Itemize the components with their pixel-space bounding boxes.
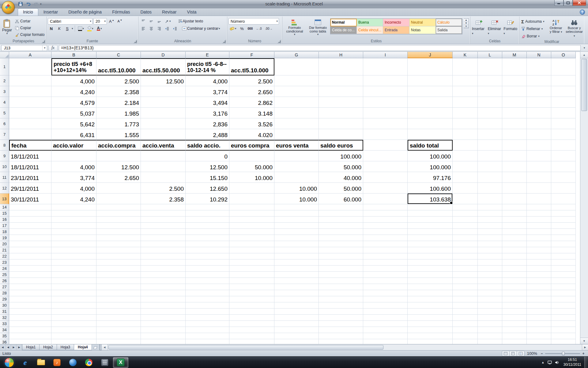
cell-B34[interactable] [51,327,96,333]
cell-C19[interactable] [96,235,141,241]
cell-F27[interactable] [229,284,274,290]
cell-E13[interactable]: 10.292 [186,194,229,204]
maximize-button[interactable] [564,0,573,6]
cell-C3[interactable]: 2.358 [96,86,141,97]
cell-J36[interactable] [408,339,453,344]
orientation-button[interactable]: ▾ [164,18,172,25]
cell-J10[interactable]: 100.000 [408,161,453,172]
taskbar-clock[interactable]: 16:51 30/11/2011 [560,358,584,367]
cell-J30[interactable] [408,302,453,309]
cell-D6[interactable] [141,118,186,129]
cell-D2[interactable]: 12.500 [141,75,186,86]
cell-N21[interactable] [527,247,551,253]
cell-J7[interactable] [408,129,453,140]
decrease-decimal-button[interactable]: .00→ [264,25,274,32]
cell-E15[interactable] [186,210,229,217]
row-header-7[interactable]: 7 [0,129,9,140]
cell-D21[interactable] [141,247,186,253]
cell-C4[interactable]: 2.184 [96,97,141,108]
horizontal-scrollbar[interactable]: ◀ ▶ [102,344,588,350]
cell-J6[interactable] [408,118,453,129]
cell-N27[interactable] [527,284,551,290]
cell-M17[interactable] [502,223,527,229]
cell-C12[interactable] [96,183,141,194]
cell-A30[interactable] [9,302,51,309]
minimize-button[interactable] [554,0,564,6]
cell-N26[interactable] [527,278,551,284]
cell-I30[interactable] [363,302,408,309]
cell-G25[interactable] [274,272,319,278]
cell-D30[interactable] [141,302,186,309]
cell-E11[interactable]: 15.150 [186,172,229,183]
help-icon[interactable]: ? [580,10,585,15]
number-format-select[interactable]: Número ▾ [228,18,279,25]
tab-revisar[interactable]: Revisar [157,8,182,16]
cell-G2[interactable] [274,75,319,86]
cell-D27[interactable] [141,284,186,290]
cell-G31[interactable] [274,309,319,315]
cell-A6[interactable] [9,118,51,129]
cell-H6[interactable] [319,118,363,129]
cell-N20[interactable] [527,241,551,247]
cell-C13[interactable] [96,194,141,204]
cell-I19[interactable] [363,235,408,241]
cell-N12[interactable] [527,183,551,194]
cell-style-entrada[interactable]: Entrada [383,26,409,34]
cell-H4[interactable] [319,97,363,108]
close-button[interactable] [573,0,586,6]
next-sheet-button[interactable]: ▶ [11,344,17,350]
cell-N23[interactable] [527,259,551,266]
cell-K23[interactable] [453,259,478,266]
tab-insertar[interactable]: Insertar [38,8,63,16]
cell-C8[interactable]: accio.compra [96,140,141,151]
cell-D1[interactable]: acc.tl5.50.000 [141,58,186,75]
cell-F15[interactable] [229,210,274,217]
cell-C33[interactable] [96,321,141,327]
cell-L12[interactable] [478,183,502,194]
cell-L25[interactable] [478,272,502,278]
cell-E36[interactable] [186,339,229,344]
cell-style-normal[interactable]: Normal [330,19,357,26]
cell-L15[interactable] [478,210,502,217]
cell-K30[interactable] [453,302,478,309]
cell-N8[interactable] [527,140,551,151]
cell-A17[interactable] [9,223,51,229]
row-header-18[interactable]: 18 [0,229,9,235]
cell-L28[interactable] [478,290,502,296]
cell-M24[interactable] [502,266,527,272]
cell-D15[interactable] [141,210,186,217]
cell-L36[interactable] [478,339,502,344]
decrease-font-button[interactable]: A▼ [116,18,123,25]
cell-G30[interactable] [274,302,319,309]
cell-F18[interactable] [229,229,274,235]
cell-F25[interactable] [229,272,274,278]
cell-J16[interactable] [408,217,453,223]
cell-A1[interactable] [9,58,51,75]
cell-K8[interactable] [453,140,478,151]
cell-B22[interactable] [51,253,96,259]
cell-C2[interactable]: 2.500 [96,75,141,86]
cell-M25[interactable] [502,272,527,278]
cell-L4[interactable] [478,97,502,108]
cell-K27[interactable] [453,284,478,290]
cell-A22[interactable] [9,253,51,259]
cell-M21[interactable] [502,247,527,253]
fill-button[interactable]: Rellenar ▾ [521,25,546,32]
cell-M23[interactable] [502,259,527,266]
cell-D19[interactable] [141,235,186,241]
increase-decimal-button[interactable]: ←.0 [255,25,263,32]
cell-C5[interactable]: 1.985 [96,108,141,118]
cell-N32[interactable] [527,315,551,321]
sort-filter-button[interactable]: AZ Ordenar y filtrar ▾ [548,17,564,38]
cell-H18[interactable] [319,229,363,235]
select-all-corner[interactable] [0,52,9,58]
cell-D28[interactable] [141,290,186,296]
row-header-30[interactable]: 30 [0,302,9,309]
cell-style-c-lculo[interactable]: Cálculo [436,19,462,26]
cell-E20[interactable] [186,241,229,247]
media-player-icon[interactable]: ♪ [49,357,65,368]
font-color-button[interactable]: A ▾ [96,25,103,32]
cell-M36[interactable] [502,339,527,344]
cell-N29[interactable] [527,296,551,302]
cell-K18[interactable] [453,229,478,235]
